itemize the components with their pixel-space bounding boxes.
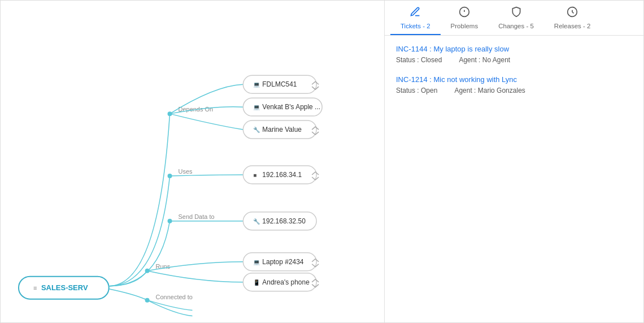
tab-tickets-label: Tickets - 2: [401, 23, 430, 29]
svg-text:💻: 💻: [253, 81, 260, 88]
svg-text:192.168.32.50: 192.168.32.50: [262, 217, 306, 225]
ticket-1-title[interactable]: INC-1144 : My laptop is really slow: [396, 45, 633, 53]
ticket-item-2: INC-1214 : Mic not working with Lync Sta…: [396, 75, 633, 94]
ticket-1-status: Status : Closed: [396, 56, 442, 64]
ticket-2-title[interactable]: INC-1214 : Mic not working with Lync: [396, 75, 633, 84]
ticket-2-status: Status : Open: [396, 87, 437, 94]
tickets-icon: [410, 6, 421, 20]
svg-text:🔧: 🔧: [253, 126, 260, 133]
svg-text:■: ■: [253, 172, 256, 178]
svg-text:≡: ≡: [33, 285, 37, 291]
tab-tickets[interactable]: Tickets - 2: [390, 1, 441, 35]
changes-icon: [511, 6, 522, 20]
svg-text:Andrea's phone: Andrea's phone: [262, 278, 310, 286]
svg-text:💻: 💻: [253, 104, 260, 111]
tab-problems[interactable]: Problems: [441, 1, 489, 35]
releases-icon: [567, 6, 578, 20]
svg-text:Laptop #2434: Laptop #2434: [262, 258, 304, 266]
svg-text:💻: 💻: [253, 259, 260, 266]
ticket-1-meta: Status : Closed Agent : No Agent: [396, 56, 633, 64]
tab-changes[interactable]: Changes - 5: [488, 1, 544, 35]
graph-panel: ≡ SALES-SERV Depends On 💻 FDLMC541 💻 Ven…: [1, 1, 385, 323]
svg-text:🔧: 🔧: [253, 218, 260, 225]
ticket-1-agent: Agent : No Agent: [459, 56, 510, 64]
right-panel: Tickets - 2 Problems Ch: [385, 1, 644, 323]
svg-text:SALES-SERV: SALES-SERV: [41, 283, 88, 292]
graph-svg: ≡ SALES-SERV Depends On 💻 FDLMC541 💻 Ven…: [1, 1, 384, 323]
svg-text:192.168.34.1: 192.168.34.1: [262, 171, 302, 179]
tab-releases[interactable]: Releases - 2: [544, 1, 601, 35]
ticket-item-1: INC-1144 : My laptop is really slow Stat…: [396, 45, 633, 64]
svg-text:📱: 📱: [253, 279, 260, 286]
ticket-list: INC-1144 : My laptop is really slow Stat…: [385, 36, 644, 323]
svg-text:FDLMC541: FDLMC541: [262, 80, 297, 88]
main-container: ≡ SALES-SERV Depends On 💻 FDLMC541 💻 Ven…: [1, 1, 644, 323]
tab-releases-label: Releases - 2: [554, 23, 591, 29]
svg-text:Uses: Uses: [179, 168, 193, 175]
ticket-2-meta: Status : Open Agent : Mario Gonzales: [396, 87, 633, 94]
tabs-bar: Tickets - 2 Problems Ch: [385, 1, 644, 36]
problems-icon: [459, 6, 470, 20]
tab-changes-label: Changes - 5: [498, 23, 534, 29]
svg-text:Connected to: Connected to: [156, 294, 193, 300]
ticket-2-agent: Agent : Mario Gonzales: [454, 87, 525, 94]
svg-text:Send Data to: Send Data to: [179, 213, 215, 220]
svg-text:Marine Value: Marine Value: [262, 126, 302, 133]
svg-text:Venkat B's Apple ...: Venkat B's Apple ...: [262, 103, 320, 111]
tab-problems-label: Problems: [451, 23, 478, 29]
